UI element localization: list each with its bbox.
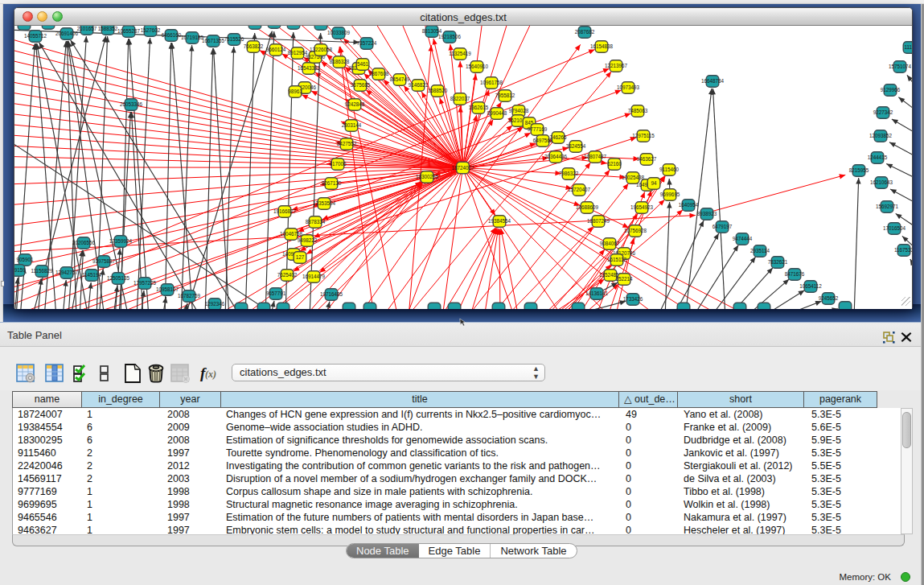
svg-text:16782759: 16782759 bbox=[178, 293, 201, 299]
svg-text:252214: 252214 bbox=[615, 276, 633, 282]
svg-text:2803144: 2803144 bbox=[342, 122, 362, 128]
svg-text:15640910: 15640910 bbox=[466, 64, 489, 69]
svg-text:9129966: 9129966 bbox=[881, 87, 901, 93]
svg-text:14136141: 14136141 bbox=[585, 290, 609, 296]
svg-text:10973493: 10973493 bbox=[617, 84, 640, 90]
svg-text:39159: 39159 bbox=[14, 267, 26, 273]
svg-text:8990448: 8990448 bbox=[487, 110, 507, 116]
svg-text:16543382: 16543382 bbox=[298, 65, 321, 71]
svg-text:98961: 98961 bbox=[288, 89, 302, 94]
svg-text:12213967: 12213967 bbox=[605, 63, 628, 68]
svg-text:9660124: 9660124 bbox=[266, 47, 286, 52]
svg-text:19218506: 19218506 bbox=[438, 34, 462, 39]
svg-text:94: 94 bbox=[651, 180, 657, 186]
svg-text:8427552: 8427552 bbox=[337, 141, 357, 146]
svg-text:1527602: 1527602 bbox=[141, 27, 161, 33]
svg-text:1244415: 1244415 bbox=[868, 154, 888, 160]
svg-text:7357224: 7357224 bbox=[357, 40, 377, 46]
svg-text:9498222: 9498222 bbox=[298, 237, 318, 243]
svg-text:14055712: 14055712 bbox=[24, 33, 47, 39]
svg-text:19166827: 19166827 bbox=[273, 208, 297, 214]
svg-text:2935114: 2935114 bbox=[750, 248, 770, 253]
svg-text:9699695: 9699695 bbox=[660, 192, 680, 197]
svg-text:12353594: 12353594 bbox=[313, 200, 336, 206]
svg-text:16914479: 16914479 bbox=[302, 274, 326, 279]
svg-text:7625402: 7625402 bbox=[277, 272, 298, 278]
svg-text:1640954: 1640954 bbox=[679, 202, 699, 208]
svg-text:11325419: 11325419 bbox=[449, 51, 471, 56]
svg-text:9146821: 9146821 bbox=[409, 82, 429, 88]
svg-text:62160: 62160 bbox=[607, 161, 622, 167]
svg-text:19384554: 19384554 bbox=[488, 218, 511, 224]
svg-text:7832621: 7832621 bbox=[768, 259, 788, 265]
svg-text:905901: 905901 bbox=[16, 257, 34, 262]
svg-text:7485063: 7485063 bbox=[628, 108, 648, 113]
svg-text:417006: 417006 bbox=[329, 161, 347, 167]
svg-text:15751074: 15751074 bbox=[889, 64, 912, 69]
svg-text:17016504: 17016504 bbox=[883, 225, 906, 231]
svg-text:9657791: 9657791 bbox=[266, 290, 286, 296]
svg-text:20691406: 20691406 bbox=[55, 31, 79, 36]
svg-text:8471676: 8471676 bbox=[785, 271, 805, 277]
svg-text:8322037: 8322037 bbox=[450, 96, 470, 101]
svg-text:10655287: 10655287 bbox=[117, 28, 141, 34]
svg-text:10025438: 10025438 bbox=[622, 175, 645, 180]
svg-text:9474444: 9474444 bbox=[733, 236, 753, 241]
svg-text:9227342: 9227342 bbox=[873, 109, 893, 115]
svg-text:10961758: 10961758 bbox=[480, 80, 503, 85]
svg-text:12942757: 12942757 bbox=[55, 270, 79, 275]
svg-text:8813054: 8813054 bbox=[422, 28, 442, 34]
svg-text:1292346: 1292346 bbox=[205, 301, 225, 307]
svg-text:18300295: 18300295 bbox=[416, 174, 439, 179]
svg-text:10958107: 10958107 bbox=[156, 286, 179, 292]
svg-text:11156829: 11156829 bbox=[31, 268, 53, 274]
svg-text:8215955: 8215955 bbox=[849, 167, 869, 173]
svg-text:16210643: 16210643 bbox=[870, 179, 893, 185]
svg-text:5461: 5461 bbox=[357, 61, 369, 67]
svg-text:16648784: 16648784 bbox=[701, 78, 725, 84]
svg-text:10033809: 10033809 bbox=[327, 30, 351, 35]
svg-text:8454749: 8454749 bbox=[390, 76, 410, 82]
svg-text:9242848: 9242848 bbox=[345, 101, 365, 107]
svg-text:7955812: 7955812 bbox=[495, 93, 515, 98]
svg-text:9115460: 9115460 bbox=[659, 167, 680, 172]
svg-text:7663822: 7663822 bbox=[244, 43, 264, 49]
svg-text:9245652: 9245652 bbox=[819, 295, 839, 301]
svg-text:8186328: 8186328 bbox=[330, 59, 350, 64]
svg-text:10719185: 10719185 bbox=[181, 35, 204, 40]
svg-text:8938923: 8938923 bbox=[697, 211, 717, 216]
svg-text:20364436: 20364436 bbox=[544, 154, 568, 159]
svg-text:19716485: 19716485 bbox=[320, 291, 343, 297]
svg-text:13226058: 13226058 bbox=[310, 47, 333, 52]
svg-text:1588352: 1588352 bbox=[98, 26, 118, 31]
svg-text:12975115: 12975115 bbox=[632, 133, 655, 138]
svg-text:10756928: 10756928 bbox=[624, 228, 647, 233]
svg-text:12505135: 12505135 bbox=[107, 275, 130, 281]
svg-text:93975887: 93975887 bbox=[92, 258, 116, 264]
svg-text:18807249: 18807249 bbox=[587, 218, 610, 224]
svg-text:15692971: 15692971 bbox=[876, 204, 899, 209]
svg-text:9463627: 9463627 bbox=[637, 156, 657, 162]
svg-text:15720407: 15720407 bbox=[568, 187, 591, 192]
svg-text:3675685: 3675685 bbox=[351, 82, 371, 88]
svg-text:1588520: 1588520 bbox=[428, 88, 448, 93]
svg-text:2087682: 2087682 bbox=[575, 29, 595, 35]
svg-text:10046758: 10046758 bbox=[280, 231, 303, 237]
svg-text:6479197: 6479197 bbox=[713, 224, 733, 229]
svg-text:(x): (x) bbox=[205, 369, 216, 380]
svg-text:1145194: 1145194 bbox=[82, 272, 102, 278]
svg-text:2867608: 2867608 bbox=[369, 71, 389, 76]
svg-text:17359924: 17359924 bbox=[109, 238, 133, 244]
svg-text:10807487: 10807487 bbox=[584, 154, 607, 159]
svg-text:16671355: 16671355 bbox=[202, 38, 225, 43]
svg-text:20206556: 20206556 bbox=[72, 240, 96, 245]
svg-text:1362615: 1362615 bbox=[469, 105, 489, 110]
svg-text:10688609: 10688609 bbox=[576, 204, 599, 210]
svg-text:2101657: 2101657 bbox=[77, 26, 97, 31]
svg-text:9084067: 9084067 bbox=[600, 241, 620, 246]
svg-text:16154838: 16154838 bbox=[590, 43, 614, 49]
svg-text:7515526: 7515526 bbox=[224, 36, 244, 42]
svg-text:7986322: 7986322 bbox=[559, 171, 579, 176]
svg-text:18724007: 18724007 bbox=[451, 165, 474, 171]
svg-text:3824554: 3824554 bbox=[566, 143, 586, 149]
